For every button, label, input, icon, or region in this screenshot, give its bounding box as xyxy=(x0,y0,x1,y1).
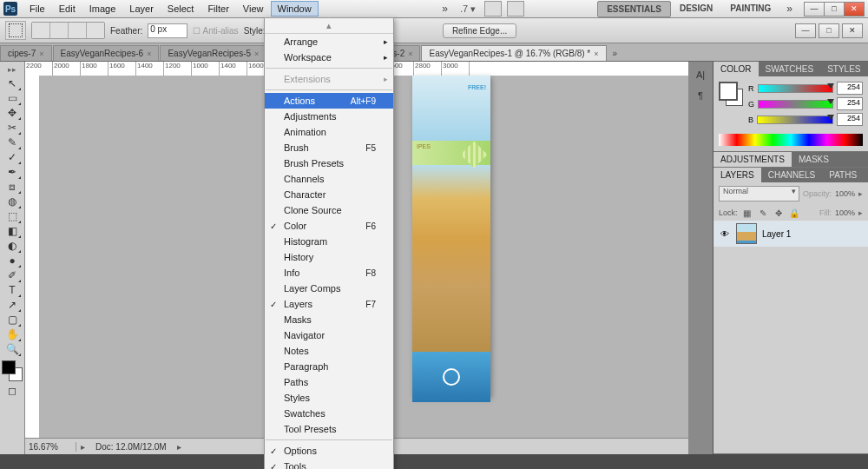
maximize-button[interactable]: □ xyxy=(824,2,845,17)
menu-item-navigator[interactable]: Navigator xyxy=(265,327,393,343)
tool-button[interactable]: ◍ xyxy=(3,194,21,208)
doc-restore-button[interactable]: □ xyxy=(819,23,839,38)
arrange-docs-button[interactable] xyxy=(507,1,524,17)
tool-button[interactable]: ✋ xyxy=(3,327,21,341)
doc-tab[interactable]: EasyVeganRecipes-5× xyxy=(160,45,266,61)
menu-item-workspace[interactable]: Workspace xyxy=(265,50,393,65)
menu-item-brush-presets[interactable]: Brush Presets xyxy=(265,155,393,171)
menu-item-arrange[interactable]: Arrange xyxy=(265,34,393,50)
tabs-overflow-icon[interactable]: » xyxy=(608,46,623,61)
menu-item-character[interactable]: Character xyxy=(265,187,393,202)
menu-edit[interactable]: Edit xyxy=(52,1,82,17)
tool-button[interactable]: ↖ xyxy=(3,76,21,90)
tool-button[interactable]: ✂ xyxy=(3,120,21,135)
b-slider[interactable] xyxy=(757,116,833,124)
blend-mode-select[interactable]: Normal xyxy=(719,186,799,201)
menu-item-animation[interactable]: Animation xyxy=(265,124,393,140)
workspace-design[interactable]: DESIGN xyxy=(671,1,721,17)
tool-button[interactable]: ✒ xyxy=(3,164,21,179)
tool-button[interactable]: ▭ xyxy=(3,90,21,105)
panel-tab-paths[interactable]: PATHS xyxy=(822,168,864,182)
layer-row[interactable]: 👁 Layer 1 xyxy=(713,221,868,247)
status-menu-icon[interactable]: ▸ xyxy=(177,442,181,452)
menu-select[interactable]: Select xyxy=(161,1,201,17)
menu-item-tools[interactable]: Tools xyxy=(265,459,393,469)
lock-pixels-icon[interactable]: ✎ xyxy=(757,207,769,219)
menu-scroll-up-icon[interactable]: ▴ xyxy=(265,18,393,34)
lock-all-icon[interactable]: 🔒 xyxy=(788,207,800,219)
tool-button[interactable]: ▢ xyxy=(3,312,21,327)
lock-transparent-icon[interactable]: ▦ xyxy=(741,207,753,219)
menu-item-masks[interactable]: Masks xyxy=(265,312,393,327)
tool-button[interactable]: ✓ xyxy=(3,149,21,164)
menu-item-layer-comps[interactable]: Layer Comps xyxy=(265,281,393,296)
tool-button[interactable]: ⬚ xyxy=(3,208,21,223)
screen-mode-button[interactable] xyxy=(484,1,502,17)
menu-item-histogram[interactable]: Histogram xyxy=(265,234,393,249)
layer-name[interactable]: Layer 1 xyxy=(762,229,791,239)
tool-button[interactable]: ✐ xyxy=(3,268,21,282)
tab-close-icon[interactable]: × xyxy=(254,50,259,58)
close-button[interactable]: ✕ xyxy=(844,2,865,17)
foreground-background-swatch[interactable] xyxy=(2,360,23,381)
color-spectrum[interactable] xyxy=(719,134,863,146)
menu-file[interactable]: File xyxy=(23,1,52,17)
fill-value[interactable]: 100% xyxy=(835,208,855,217)
paragraph-panel-icon[interactable]: ¶ xyxy=(693,88,708,103)
panel-tab-masks[interactable]: MASKS xyxy=(792,152,836,167)
doc-minimize-button[interactable]: — xyxy=(795,23,816,38)
menu-item-brush[interactable]: BrushF5 xyxy=(265,140,393,155)
panel-tab-color[interactable]: COLOR xyxy=(713,62,759,76)
menu-view[interactable]: View xyxy=(236,1,271,17)
quickmask-button[interactable]: ◻ xyxy=(3,383,21,398)
menu-item-layers[interactable]: LayersF7 xyxy=(265,296,393,312)
tool-button[interactable]: ◧ xyxy=(3,223,21,238)
tab-close-icon[interactable]: × xyxy=(408,50,412,58)
menu-item-swatches[interactable]: Swatches xyxy=(265,406,393,421)
menu-item-adjustments[interactable]: Adjustments xyxy=(265,109,393,124)
tab-close-icon[interactable]: × xyxy=(39,50,43,58)
tool-button[interactable]: ↗ xyxy=(3,297,21,312)
menu-item-history[interactable]: History xyxy=(265,249,393,265)
b-value[interactable]: 254 xyxy=(837,113,863,126)
minimize-button[interactable]: — xyxy=(804,2,825,17)
visibility-icon[interactable]: 👁 xyxy=(719,228,731,240)
tools-collapse-icon[interactable]: ▸▸ xyxy=(8,65,16,74)
menu-item-tool-presets[interactable]: Tool Presets xyxy=(265,421,393,437)
tab-close-icon[interactable]: × xyxy=(147,50,151,58)
tab-close-icon[interactable]: × xyxy=(594,50,598,58)
menu-item-channels[interactable]: Channels xyxy=(265,171,393,187)
doc-tab[interactable]: cipes-7× xyxy=(0,45,52,61)
tool-button[interactable]: ● xyxy=(3,253,21,268)
menu-layer[interactable]: Layer xyxy=(122,1,161,17)
selection-mode-group[interactable] xyxy=(31,22,105,39)
tool-button[interactable]: 🔍 xyxy=(3,341,21,356)
tool-preset-icon[interactable] xyxy=(5,21,26,40)
menu-image[interactable]: Image xyxy=(82,1,123,17)
menu-filter[interactable]: Filter xyxy=(201,1,235,17)
panel-tab-swatches[interactable]: SWATCHES xyxy=(759,62,821,76)
menu-item-paragraph[interactable]: Paragraph xyxy=(265,359,393,374)
feather-input[interactable]: 0 px xyxy=(148,23,187,38)
zoom-input[interactable]: 16.67% xyxy=(25,442,76,452)
workspace-overflow-icon[interactable]: » xyxy=(781,3,798,15)
menu-item-paths[interactable]: Paths xyxy=(265,374,393,390)
tool-button[interactable]: ✎ xyxy=(3,135,21,149)
menu-overflow-icon[interactable]: » xyxy=(437,3,453,15)
panel-tab-channels[interactable]: CHANNELS xyxy=(761,168,822,182)
menu-item-clone-source[interactable]: Clone Source xyxy=(265,202,393,218)
g-value[interactable]: 254 xyxy=(837,97,863,110)
menu-item-options[interactable]: Options xyxy=(265,443,393,459)
menu-item-styles[interactable]: Styles xyxy=(265,390,393,406)
doc-tab[interactable]: EasyVeganRecipes-1 @ 16.7% (RGB/8) *× xyxy=(421,45,606,61)
g-slider[interactable] xyxy=(758,100,833,109)
color-swatch[interactable] xyxy=(719,82,743,106)
panel-tab-styles[interactable]: STYLES xyxy=(820,62,867,76)
panel-tab-adjustments[interactable]: ADJUSTMENTS xyxy=(713,152,792,167)
doc-tab[interactable]: EasyVeganRecipes-6× xyxy=(53,45,160,61)
r-value[interactable]: 254 xyxy=(837,82,863,95)
menu-item-info[interactable]: InfoF8 xyxy=(265,265,393,281)
menu-window[interactable]: Window xyxy=(271,1,319,17)
opacity-value[interactable]: 100% xyxy=(835,189,855,198)
menu-item-color[interactable]: ColorF6 xyxy=(265,218,393,234)
